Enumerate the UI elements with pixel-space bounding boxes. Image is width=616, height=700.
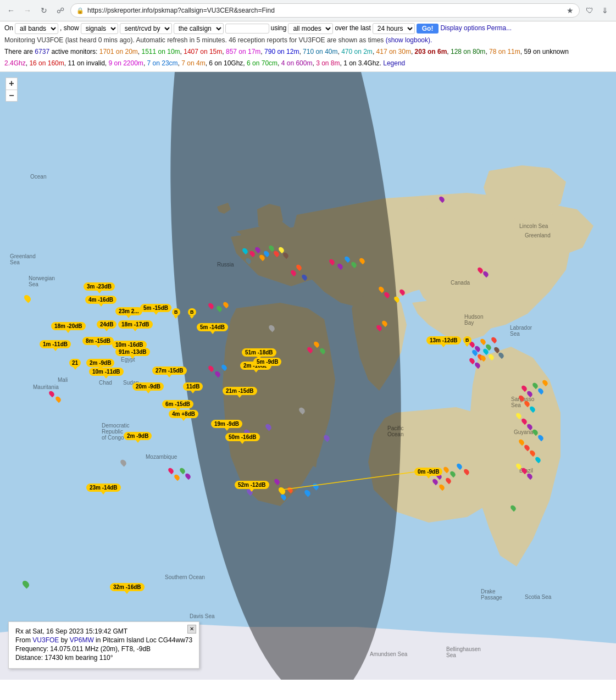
- mode-select[interactable]: all modes: [288, 23, 333, 34]
- display-options-link[interactable]: Display options: [440, 23, 485, 34]
- back-button[interactable]: ←: [4, 4, 18, 17]
- signal-0m-9db[interactable]: 0m -9dB: [414, 468, 442, 476]
- active-monitors-link[interactable]: 6737: [35, 48, 49, 55]
- band-15m: 1407 on 15m: [184, 48, 222, 55]
- band-20m: 1701 on 20m: [99, 48, 138, 55]
- active-monitors-line: There are 6737 active monitors: 1701 on …: [4, 47, 612, 57]
- popup-by-label: by: [59, 636, 69, 644]
- signal-20m-9db[interactable]: 20m -9dB: [132, 382, 164, 391]
- signal-52m-12db[interactable]: 52m -12dB: [235, 481, 269, 489]
- signal-21[interactable]: 21: [69, 359, 81, 367]
- show-select[interactable]: signals: [81, 23, 118, 34]
- signal-1m-11db[interactable]: 1m -11dB: [40, 340, 71, 348]
- signal-32m-16db[interactable]: 32m -16dB: [110, 583, 145, 591]
- band-600m: 4 on 600m: [281, 59, 313, 67]
- world-map-svg: [0, 72, 616, 680]
- signal-13m-12db[interactable]: 13m -12dB: [426, 336, 461, 345]
- band-17m: 857 on 17m: [226, 48, 260, 55]
- band-40m: 710 on 40m: [303, 48, 337, 55]
- band-160m: 16 on 160m: [29, 59, 64, 67]
- monitoring-line: Monitoring VU3FOE (last heard 0 mins ago…: [4, 35, 612, 46]
- signal-27m-15db[interactable]: 27m -15dB: [152, 366, 187, 375]
- extension-icons: 🛡 ⇓: [583, 4, 612, 17]
- go-button[interactable]: Go!: [417, 24, 439, 34]
- band-24ghz: 2.4Ghz: [4, 59, 26, 67]
- using-label: using: [271, 23, 287, 34]
- band-70cm: 6 on 70cm: [247, 59, 278, 67]
- controls-line: On all bands , show signals sent/rcvd by…: [4, 23, 612, 34]
- info-bar: On all bands , show signals sent/rcvd by…: [0, 21, 616, 72]
- signal-24db[interactable]: 24dB: [97, 320, 116, 329]
- hours-select[interactable]: 24 hours: [373, 23, 415, 34]
- band-select[interactable]: all bands: [15, 23, 58, 34]
- signal-18m-17db[interactable]: 18m -17dB: [118, 320, 153, 329]
- signal-19m-9db[interactable]: 19m -9dB: [211, 420, 242, 428]
- band-23cm: 7 on 23cm: [147, 59, 178, 67]
- map-controls: + −: [5, 77, 18, 102]
- reload-button[interactable]: ↻: [37, 4, 51, 17]
- popup-line4: Distance: 17430 km bearing 110°: [15, 654, 192, 662]
- shield-icon[interactable]: 🛡: [583, 4, 596, 17]
- signal-23m[interactable]: 23m 2...: [115, 307, 142, 315]
- band-2m: 470 on 2m: [341, 48, 373, 55]
- band-line2: 2.4Ghz, 16 on 160m, 11 on invalid, 9 on …: [4, 58, 612, 69]
- direction-select[interactable]: sent/rcvd by: [120, 23, 172, 34]
- url-text[interactable]: https://pskreporter.info/pskmap?callsign…: [87, 7, 563, 14]
- popup-by-callsign[interactable]: VP6MW: [70, 636, 94, 644]
- signal-18m-20db[interactable]: 18m -20dB: [51, 322, 86, 330]
- signal-b3[interactable]: B: [463, 336, 471, 344]
- signal-21m-15db[interactable]: 21m -15dB: [223, 387, 257, 395]
- legend-link[interactable]: Legend: [383, 59, 405, 67]
- signal-b2[interactable]: B: [188, 308, 196, 316]
- map-container[interactable]: + − Ocean GreenlandSea NorwegianSea Linc…: [0, 72, 616, 680]
- callsign-input[interactable]: VU3FOE: [225, 24, 269, 34]
- zoom-out-button[interactable]: −: [5, 90, 18, 102]
- signal-51m-18db[interactable]: 51m -18dB: [242, 348, 276, 357]
- band-11m: 78 on 11m: [489, 48, 520, 55]
- popup-close-button[interactable]: ✕: [187, 625, 196, 634]
- nav-bar: ← → ↻ ☍ 🔒 https://pskreporter.info/pskma…: [0, 0, 616, 21]
- signal-4m-8db[interactable]: 4m +8dB: [169, 410, 198, 418]
- info-popup: ✕ Rx at Sat, 16 Sep 2023 15:19:42 GMT Fr…: [8, 621, 199, 669]
- band-30m: 417 on 30m: [376, 48, 411, 55]
- band-2200m: 9 on 2200m: [108, 59, 143, 67]
- bookmark-icon[interactable]: ★: [567, 6, 574, 15]
- signal-6m-15db[interactable]: 6m -15dB: [162, 400, 193, 408]
- download-icon[interactable]: ⇓: [598, 4, 612, 17]
- band-12m: 790 on 12m: [264, 48, 299, 55]
- signal-b1[interactable]: B: [172, 308, 180, 316]
- monitoring-text: Monitoring VU3FOE (last heard 0 mins ago…: [4, 36, 384, 44]
- lock-icon: 🔒: [76, 7, 84, 14]
- show-label: , show: [60, 23, 79, 34]
- band-4m: 7 on 4m: [181, 59, 205, 67]
- popup-line3: Frequency: 14.075.011 MHz (20m), FT8, -9…: [15, 645, 192, 653]
- over-last-label: over the last: [335, 23, 370, 34]
- signal-91m-13db[interactable]: 91m -13dB: [115, 348, 150, 356]
- permalink-link[interactable]: Perma...: [487, 23, 512, 34]
- zoom-in-button[interactable]: +: [5, 77, 18, 90]
- signal-5m-14db[interactable]: 5m -14dB: [197, 323, 228, 331]
- popup-location: in Pitcairn Island Loc CG44ww73: [94, 636, 192, 644]
- extensions-button[interactable]: ☍: [54, 4, 67, 17]
- signal-5m-15db[interactable]: 5m -15dB: [140, 304, 171, 312]
- signal-2m-9db-2[interactable]: 2m -9dB: [124, 432, 152, 440]
- band-80m: 128 on 80m: [451, 48, 485, 55]
- signal-23m-14db[interactable]: 23m -14dB: [86, 484, 121, 492]
- signal-2m-9db[interactable]: 2m -9dB: [86, 359, 114, 367]
- signal-4m-16db[interactable]: 4m -16dB: [85, 296, 116, 304]
- popup-from-callsign[interactable]: VU3FOE: [32, 636, 59, 644]
- band-6m: 203 on 6m: [415, 48, 447, 55]
- on-label: On: [4, 23, 13, 34]
- signal-50m-16db[interactable]: 50m -16dB: [225, 433, 260, 441]
- forward-button[interactable]: →: [21, 4, 34, 17]
- show-logbook-link[interactable]: (show logbook).: [386, 36, 432, 44]
- signal-11db[interactable]: 11dB: [183, 382, 203, 391]
- signal-10m-11db[interactable]: 10m -11dB: [89, 368, 124, 376]
- callsign-type-select[interactable]: the callsign: [174, 23, 224, 34]
- signal-3m-23db[interactable]: 3m -23dB: [84, 282, 115, 291]
- signal-8m-15db[interactable]: 8m -15dB: [82, 337, 114, 345]
- popup-line1: Rx at Sat, 16 Sep 2023 15:19:42 GMT: [15, 627, 192, 635]
- band-8m: 3 on 8m: [316, 59, 340, 67]
- band-10m: 1511 on 10m: [142, 48, 180, 55]
- address-bar: 🔒 https://pskreporter.info/pskmap?callsi…: [70, 3, 580, 18]
